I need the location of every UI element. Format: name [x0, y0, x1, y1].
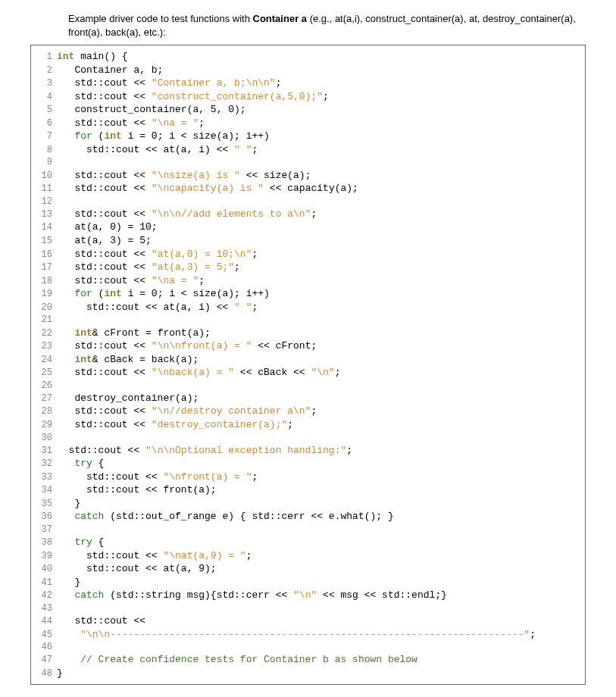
- source-text: Container a, b;: [57, 64, 585, 77]
- code-line: 47 // Create confidence tests for Contai…: [31, 653, 585, 667]
- code-block: 1int main() {2 Container a, b;3 std::cou…: [30, 45, 586, 685]
- code-line: 44 std::cout <<: [31, 614, 585, 628]
- line-number: 36: [31, 511, 57, 523]
- code-line: 24 int& cBack = back(a);: [31, 353, 585, 367]
- line-number: 22: [31, 327, 57, 339]
- line-number: 47: [31, 654, 57, 666]
- line-number: 19: [31, 288, 57, 300]
- code-line: 10 std::cout << "\nsize(a) is " << size(…: [31, 169, 585, 183]
- line-number: 17: [31, 261, 57, 273]
- code-line: 29 std::cout << "destroy_container(a);";: [31, 418, 585, 432]
- source-text: std::cout << "\n//destroy container a\n"…: [57, 405, 585, 418]
- line-number: 9: [31, 156, 57, 168]
- source-text: }: [57, 576, 585, 589]
- code-line: 31 std::cout << "\n\nOptional exception …: [31, 444, 585, 458]
- code-line: 6 std::cout << "\na = ";: [31, 117, 585, 130]
- code-line: 35 }: [31, 497, 585, 511]
- code-line: 30: [31, 432, 585, 444]
- line-number: 31: [31, 445, 57, 457]
- line-number: 27: [31, 392, 57, 405]
- source-text: try {: [57, 457, 585, 470]
- code-line: 32 try {: [31, 457, 585, 470]
- line-number: 41: [31, 577, 57, 589]
- line-number: 28: [31, 405, 57, 417]
- code-line: 19 for (int i = 0; i < size(a); i++): [31, 287, 585, 301]
- code-line: 41 }: [31, 576, 585, 589]
- code-line: 9: [31, 156, 585, 168]
- line-number: 15: [31, 235, 57, 247]
- line-number: 25: [31, 367, 57, 379]
- code-line: 36 catch (std::out_of_range e) { std::ce…: [31, 510, 585, 524]
- source-text: "\n\n-----------------------------------…: [57, 628, 585, 642]
- line-number: 3: [31, 77, 57, 89]
- intro-paragraph: Example driver code to test functions wi…: [68, 12, 586, 39]
- code-line: 2 Container a, b;: [31, 64, 585, 77]
- code-line: 18 std::cout << "\na = ";: [31, 274, 585, 288]
- source-text: std::cout << at(a, i) << " ";: [57, 143, 585, 157]
- line-number: 44: [31, 615, 57, 627]
- code-line: 27 destroy_container(a);: [31, 392, 585, 405]
- source-text: for (int i = 0; i < size(a); i++): [57, 287, 585, 301]
- line-number: 5: [31, 104, 57, 116]
- source-text: std::cout << "at(a,3) = 5;";: [57, 261, 585, 274]
- source-text: catch (std::out_of_range e) { std::cerr …: [57, 510, 585, 524]
- code-line: 38 try {: [31, 536, 585, 549]
- code-line: 39 std::cout << "\nat(a,9) = ";: [31, 549, 585, 563]
- line-number: 39: [31, 550, 57, 562]
- code-line: 42 catch (std::string msg){std::cerr << …: [31, 589, 585, 602]
- code-line: 4 std::cout << "construct_container(a,5,…: [31, 90, 585, 104]
- source-text: }: [57, 497, 585, 511]
- source-text: at(a, 0) = 10;: [57, 220, 585, 234]
- line-number: 45: [31, 629, 57, 641]
- code-line: 23 std::cout << "\n\nfront(a) = " << cFr…: [31, 339, 585, 353]
- source-text: std::cout << "\n\nfront(a) = " << cFront…: [57, 339, 585, 353]
- source-text: destroy_container(a);: [57, 392, 585, 405]
- code-line: 33 std::cout << "\nfront(a) = ";: [31, 470, 585, 484]
- code-line: 28 std::cout << "\n//destroy container a…: [31, 405, 585, 418]
- source-text: std::cout << "\nfront(a) = ";: [57, 470, 585, 484]
- code-line: 34 std::cout << front(a);: [31, 483, 585, 497]
- source-text: // Create confidence tests for Container…: [57, 653, 585, 667]
- code-line: 22 int& cFront = front(a);: [31, 327, 585, 340]
- source-text: std::cout << front(a);: [57, 483, 585, 497]
- code-line: 12: [31, 195, 585, 208]
- source-text: std::cout << "\nback(a) = " << cBack << …: [57, 366, 585, 380]
- source-text: std::cout << "at(a,0) = 10;\n";: [57, 248, 585, 261]
- line-number: 24: [31, 354, 57, 366]
- line-number: 48: [31, 667, 57, 680]
- code-line: 46: [31, 641, 585, 653]
- code-line: 45 "\n\n--------------------------------…: [31, 628, 585, 642]
- code-line: 13 std::cout << "\n\n//add elements to a…: [31, 208, 585, 221]
- source-text: std::cout << "\n\nOptional exception han…: [57, 444, 585, 458]
- source-text: std::cout << "\na = ";: [57, 274, 585, 288]
- source-text: std::cout << "\na = ";: [57, 117, 585, 130]
- source-text: int& cBack = back(a);: [57, 353, 585, 367]
- line-number: 34: [31, 484, 57, 496]
- code-line: 14 at(a, 0) = 10;: [31, 220, 585, 234]
- code-line: 17 std::cout << "at(a,3) = 5;";: [31, 261, 585, 274]
- line-number: 14: [31, 221, 57, 233]
- source-text: for (int i = 0; i < size(a); i++): [57, 130, 585, 143]
- line-number: 6: [31, 117, 57, 130]
- source-text: std::cout << "\n\n//add elements to a\n"…: [57, 208, 585, 221]
- code-line: 5 construct_container(a, 5, 0);: [31, 103, 585, 117]
- source-text: at(a, 3) = 5;: [57, 234, 585, 248]
- code-line: 20 std::cout << at(a, i) << " ";: [31, 301, 585, 314]
- source-text: std::cout << "Container a, b;\n\n";: [57, 77, 585, 90]
- source-text: }: [57, 667, 585, 680]
- line-number: 40: [31, 563, 57, 575]
- line-number: 12: [31, 195, 57, 208]
- line-number: 29: [31, 419, 57, 431]
- code-line: 15 at(a, 3) = 5;: [31, 234, 585, 248]
- line-number: 42: [31, 589, 57, 602]
- line-number: 35: [31, 498, 57, 510]
- code-line: 16 std::cout << "at(a,0) = 10;\n";: [31, 248, 585, 261]
- line-number: 18: [31, 275, 57, 287]
- source-text: int main() {: [57, 50, 585, 64]
- source-text: std::cout <<: [57, 614, 585, 628]
- line-number: 20: [31, 302, 57, 314]
- code-line: 3 std::cout << "Container a, b;\n\n";: [31, 77, 585, 90]
- code-line: 1int main() {: [31, 50, 585, 64]
- line-number: 7: [31, 130, 57, 142]
- line-number: 43: [31, 602, 57, 614]
